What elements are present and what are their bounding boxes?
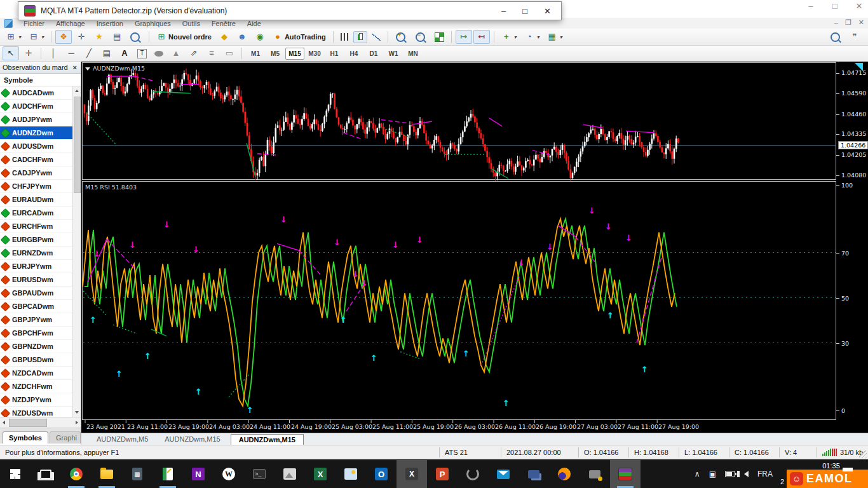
chart-canvas[interactable]: ↑↑↑↑↑↑↑↑↑↑↑↓↓↓↓↓↓↓↓↓↓↓↓↓↓↓ <box>81 62 868 433</box>
symbol-row[interactable]: EURAUDwm <box>0 193 81 207</box>
battery-icon[interactable] <box>725 471 735 477</box>
symbol-row[interactable]: EURUSDwm <box>0 273 81 287</box>
taskbar-app-button[interactable] <box>92 460 122 488</box>
symbol-row[interactable]: AUDUSDwm <box>0 140 81 153</box>
timeframe-button[interactable]: M1 <box>246 48 265 60</box>
trendline-button[interactable]: ╱ <box>81 46 97 60</box>
symbol-row[interactable]: EURNZDwm <box>0 247 81 260</box>
taskbar-app-button[interactable] <box>519 460 549 488</box>
symbol-row[interactable]: GBPJPYwm <box>0 313 81 327</box>
ellipse-button[interactable] <box>151 49 166 58</box>
symbol-row[interactable]: GBPCADwm <box>0 300 81 313</box>
timeframe-button[interactable]: M5 <box>266 48 285 60</box>
data-window-button[interactable]: ✛ <box>73 30 90 44</box>
vertical-line-button[interactable]: │ <box>45 46 62 60</box>
symbol-row[interactable]: EURCADwm <box>0 207 81 220</box>
tile-windows-button[interactable] <box>431 30 447 44</box>
crosshair-button[interactable]: ✛ <box>20 46 37 60</box>
language-indicator[interactable]: FRA <box>757 470 773 478</box>
taskbar-app-button[interactable]: X <box>305 460 336 488</box>
chat-button[interactable]: ❞ <box>846 30 863 44</box>
chevron-up-icon[interactable]: ∧ <box>695 470 700 478</box>
fibonacci-button[interactable]: ≡ <box>203 46 220 60</box>
symbol-row[interactable]: AUDCHFwm <box>0 100 81 113</box>
market-watch-button[interactable]: ❖ <box>55 30 72 44</box>
touch-keyboard-icon[interactable]: ▣ <box>709 470 716 478</box>
taskbar-app-button[interactable]: >_ <box>244 460 275 488</box>
scroll-right-button[interactable] <box>73 418 81 427</box>
autotrading-button[interactable]: ●AutoTrading <box>269 30 329 44</box>
cursor-button[interactable]: ↖ <box>3 46 19 60</box>
symbol-row[interactable]: GBPUSDwm <box>0 353 81 367</box>
maximize-icon[interactable]: □ <box>830 1 840 11</box>
winrar-maximize-icon[interactable]: □ <box>522 6 527 16</box>
timeframe-button[interactable]: H4 <box>344 48 363 60</box>
timeframe-button[interactable]: M30 <box>305 48 324 60</box>
timeframe-button[interactable]: M15 <box>285 48 304 60</box>
scrollbar-thumb[interactable] <box>9 419 47 427</box>
triangle-button[interactable]: ▲ <box>168 46 184 60</box>
taskbar-app-button[interactable] <box>488 460 519 488</box>
symbol-row[interactable]: NZDJPYwm <box>0 393 81 407</box>
chart-shift-button[interactable]: ↤ <box>473 30 490 44</box>
new-order-button[interactable]: ⊞Nouvel ordre <box>153 30 215 44</box>
taskbar-app-button[interactable] <box>336 460 366 488</box>
scroll-left-button[interactable] <box>0 418 8 427</box>
taskbar-app-button[interactable] <box>549 460 580 488</box>
navigator-button[interactable]: ★ <box>91 30 107 44</box>
community-button[interactable]: ☻ <box>234 30 250 44</box>
periods-button[interactable]: ◔▾ <box>521 30 543 44</box>
symbol-row[interactable]: AUDCADwm <box>0 86 81 100</box>
scrollbar-thumb[interactable] <box>74 97 81 193</box>
timeframe-button[interactable]: H1 <box>325 48 344 60</box>
symbol-row[interactable]: EURJPYwm <box>0 260 81 273</box>
search-button[interactable] <box>827 30 845 44</box>
timeframe-button[interactable]: D1 <box>364 48 383 60</box>
auto-scroll-button[interactable]: ↦ <box>456 30 472 44</box>
new-chart-button[interactable]: ⊞▾ <box>3 30 24 44</box>
market-watch-tab[interactable]: Graphi <box>50 431 81 444</box>
scroll-down-button[interactable] <box>73 408 81 417</box>
rectangle-button[interactable]: ▭ <box>221 46 238 60</box>
symbol-row[interactable]: CHFJPYwm <box>0 180 81 193</box>
timeframe-button[interactable]: W1 <box>384 48 403 60</box>
bar-chart-button[interactable] <box>337 31 352 43</box>
templates-button[interactable]: ▦▾ <box>544 30 566 44</box>
child-close-icon[interactable]: ✕ <box>858 18 864 27</box>
child-restore-icon[interactable]: ❐ <box>845 18 851 27</box>
scroll-up-button[interactable] <box>73 86 81 95</box>
chevron-down-icon[interactable] <box>85 67 90 71</box>
symbol-row[interactable]: AUDJPYwm <box>0 113 81 126</box>
symbol-row[interactable]: CADCHFwm <box>0 153 81 166</box>
symbol-row[interactable]: NZDUSDwm <box>0 407 81 417</box>
connection-button[interactable]: ◉ <box>252 30 268 44</box>
market-watch-tab[interactable]: Symboles <box>3 431 48 444</box>
chart-area[interactable]: ↑↑↑↑↑↑↑↑↑↑↑↓↓↓↓↓↓↓↓↓↓↓↓↓↓↓ AUDNZDwm,M15 … <box>81 62 868 433</box>
symbol-row[interactable]: EURGBPwm <box>0 233 81 247</box>
horizontal-line-button[interactable]: ─ <box>63 46 79 60</box>
taskbar-app-button[interactable]: X <box>397 460 427 488</box>
taskbar-app-button[interactable] <box>610 460 641 488</box>
taskbar-app-button[interactable]: ▦ <box>122 460 153 488</box>
child-minimize-icon[interactable]: – <box>834 18 838 27</box>
vertical-scrollbar[interactable] <box>72 86 81 417</box>
taskbar-app-button[interactable]: P <box>427 460 458 488</box>
terminal-button[interactable]: ▤ <box>109 30 125 44</box>
symbol-row[interactable]: NZDCHFwm <box>0 380 81 393</box>
candlestick-button[interactable] <box>353 31 367 43</box>
taskbar-app-button[interactable] <box>580 460 610 488</box>
chart-tab[interactable]: AUDNZDwm,M15 <box>158 435 226 444</box>
text-label-button[interactable]: T <box>134 47 150 60</box>
winrar-window[interactable]: MQLTA MT4 Pattern Detector.zip (Version … <box>18 1 562 20</box>
text-button[interactable]: A <box>116 46 133 60</box>
zoom-in-button[interactable]: + <box>392 30 410 44</box>
symbol-row[interactable]: GBPAUDwm <box>0 287 81 300</box>
zoom-out-button[interactable]: − <box>412 30 430 44</box>
symbol-column-header[interactable]: Symbole <box>0 74 81 86</box>
symbol-row[interactable]: CADJPYwm <box>0 166 81 180</box>
line-chart-button[interactable] <box>369 32 384 43</box>
symbol-row[interactable]: NZDCADwm <box>0 367 81 380</box>
channel-button[interactable]: ▤ <box>98 46 115 60</box>
taskbar-app-button[interactable] <box>0 460 31 488</box>
arrows-button[interactable]: ⇗ <box>186 46 202 60</box>
